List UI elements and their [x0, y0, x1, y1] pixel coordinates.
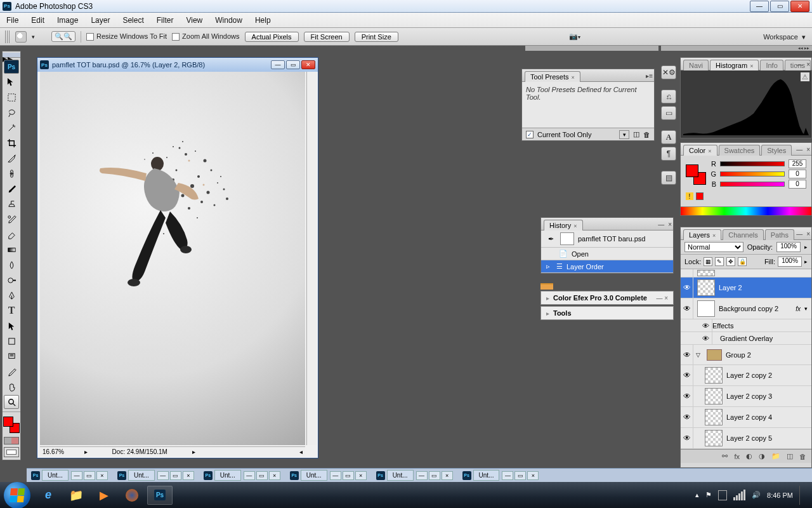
g-slider[interactable]	[720, 171, 785, 177]
r-value[interactable]: 255	[789, 159, 806, 168]
zoom-preset-icon[interactable]: 🔍🔍	[51, 31, 75, 42]
new-layer-icon[interactable]: ◫	[787, 452, 793, 460]
brush-tool[interactable]	[4, 182, 19, 196]
fx-badge[interactable]: fx	[796, 305, 801, 312]
panel-menu-icon[interactable]: ▸≡	[646, 72, 653, 79]
visibility-toggle[interactable]: 👁	[681, 277, 693, 298]
dock-paragraph-icon[interactable]: ¶	[661, 147, 676, 161]
layer-name[interactable]: Layer 2	[719, 284, 811, 291]
window-maximize-button[interactable]: ▭	[770, 1, 789, 12]
styles-tab[interactable]: Styles	[761, 145, 792, 156]
effects-row[interactable]: 👁 Effects	[681, 319, 811, 332]
group-row[interactable]: 👁 ▽ Group 2	[681, 345, 811, 365]
color-efex-strip[interactable]: ▸ Color Efex Pro 3.0 Complete — ×	[540, 291, 674, 305]
doc-scroll-vertical[interactable]	[306, 72, 317, 445]
doc-close-button[interactable]: ✕	[301, 60, 315, 69]
marquee-tool[interactable]	[4, 90, 19, 104]
layer-name[interactable]: Layer 2 copy 2	[726, 371, 811, 379]
layer-row[interactable]: 👁 Layer 2 copy 5	[681, 428, 811, 449]
delete-preset-icon[interactable]: 🗑	[643, 131, 650, 138]
dock-character-icon[interactable]: A	[661, 130, 676, 144]
swatches-tab[interactable]: Swatches	[719, 145, 761, 156]
dock-strip-1[interactable]	[525, 46, 658, 51]
layer-mask-icon[interactable]: ◐	[746, 452, 752, 460]
lasso-tool[interactable]	[4, 105, 19, 119]
paths-tab[interactable]: Paths	[765, 229, 794, 240]
color-swatches[interactable]	[3, 417, 20, 433]
eraser-tool[interactable]	[4, 227, 19, 241]
doc-minimize-button[interactable]: —	[271, 60, 285, 69]
history-step-open[interactable]: 📄 Open	[541, 248, 673, 260]
magic-wand-tool[interactable]	[4, 121, 19, 135]
panel-minimize-icon[interactable]: —	[796, 61, 802, 68]
hand-tool[interactable]	[4, 380, 19, 394]
zoom-all-windows-checkbox[interactable]: Zoom All Windows	[172, 32, 239, 41]
notes-tool[interactable]	[4, 349, 19, 363]
taskbar-ie-icon[interactable]: e	[36, 486, 61, 505]
panel-minimize-icon[interactable]: —	[658, 221, 664, 228]
visibility-toggle[interactable]: 👁	[700, 319, 712, 331]
docbar-group[interactable]: PsUnt... —▭×	[374, 470, 453, 481]
history-tab[interactable]: History×	[544, 220, 583, 231]
dock-clone-icon[interactable]: ⎌	[661, 90, 676, 104]
layer-row[interactable]: 👁 Layer 2 copy 2	[681, 365, 811, 386]
resize-to-fit-checkbox[interactable]: Resize Windows To Fit	[86, 32, 167, 41]
fit-screen-button[interactable]: Fit Screen	[304, 32, 350, 42]
layer-name[interactable]: Layer 2 copy 3	[726, 392, 811, 400]
adjustment-layer-icon[interactable]: ◑	[759, 452, 765, 460]
b-slider[interactable]	[720, 182, 785, 187]
layer-name[interactable]: Layer 2 copy 4	[726, 413, 811, 421]
g-value[interactable]: 0	[789, 170, 806, 178]
docbar-group[interactable]: PsUnt... —▭×	[288, 470, 367, 481]
options-gripper[interactable]	[5, 30, 10, 43]
taskbar-media-icon[interactable]: ▶	[91, 486, 117, 505]
taskbar-explorer-icon[interactable]: 📁	[63, 486, 89, 505]
b-value[interactable]: 0	[789, 180, 806, 189]
zoom-readout[interactable]: 16.67%	[43, 448, 78, 455]
group-expand-icon[interactable]: ▽	[696, 352, 700, 358]
visibility-toggle[interactable]: 👁	[681, 365, 693, 385]
visibility-toggle[interactable]: 👁	[681, 386, 693, 406]
actual-pixels-button[interactable]: Actual Pixels	[245, 32, 299, 42]
opacity-input[interactable]: 100%	[776, 242, 801, 252]
tray-show-hidden-icon[interactable]: ▴	[695, 491, 699, 499]
eyedropper-tool[interactable]	[4, 364, 19, 378]
window-close-button[interactable]: ✕	[790, 1, 809, 12]
pen-tool[interactable]	[4, 288, 19, 302]
color-fg-bg-swatch[interactable]	[686, 164, 706, 185]
lock-pixels-icon[interactable]: ✎	[715, 257, 724, 266]
color-spectrum[interactable]	[681, 206, 811, 215]
quick-mask-toggle[interactable]	[4, 437, 19, 444]
screen-mode-toggle[interactable]	[4, 447, 19, 457]
layers-tab[interactable]: Layers×	[683, 229, 721, 240]
start-button[interactable]	[4, 482, 30, 509]
opacity-arrow-icon[interactable]: ▸	[804, 244, 808, 250]
panel-close-icon[interactable]: ×	[806, 146, 810, 153]
menu-layer[interactable]: Layer	[84, 13, 116, 28]
fill-arrow-icon[interactable]: ▸	[804, 258, 808, 265]
menu-filter[interactable]: Filter	[150, 13, 180, 28]
menu-help[interactable]: Help	[249, 13, 277, 28]
fx-expand-icon[interactable]: ▾	[804, 305, 808, 312]
doc-scroll-left-icon[interactable]: ◂	[299, 448, 303, 455]
dock-tool-icon[interactable]: ▭	[661, 106, 676, 120]
gradient-overlay-row[interactable]: 👁 Gradient Overlay	[681, 332, 811, 345]
docbar-group[interactable]: PsUnt... —▭×	[461, 470, 539, 481]
layer-row[interactable]: 👁 Layer 2 copy 3	[681, 386, 811, 407]
panel-minimize-icon[interactable]: —	[796, 231, 802, 237]
dock-strip-2[interactable]: ◂◂ ▸▸	[661, 46, 812, 51]
layer-row[interactable]: 👁 Background copy 2 fx ▾	[681, 298, 811, 319]
window-minimize-button[interactable]: —	[750, 1, 769, 12]
layer-row[interactable]: 👁 Layer 2	[681, 277, 811, 298]
history-snapshot-row[interactable]: ✒ pamflet TOT baru.psd	[541, 231, 673, 248]
fill-input[interactable]: 100%	[778, 257, 802, 267]
layer-name[interactable]: Layer 2 copy 5	[726, 434, 811, 442]
panel-minimize-icon[interactable]: —	[796, 146, 802, 153]
link-layers-icon[interactable]: ⚯	[722, 452, 728, 460]
doc-chevron-right-icon[interactable]: ▸	[192, 448, 195, 455]
histogram-warning-icon[interactable]: ⚠	[801, 72, 809, 81]
blur-tool[interactable]	[4, 258, 19, 272]
layer-row-partial[interactable]	[681, 269, 811, 277]
canvas[interactable]	[40, 72, 305, 445]
dock-layercomps-icon[interactable]: ▤	[661, 171, 676, 185]
